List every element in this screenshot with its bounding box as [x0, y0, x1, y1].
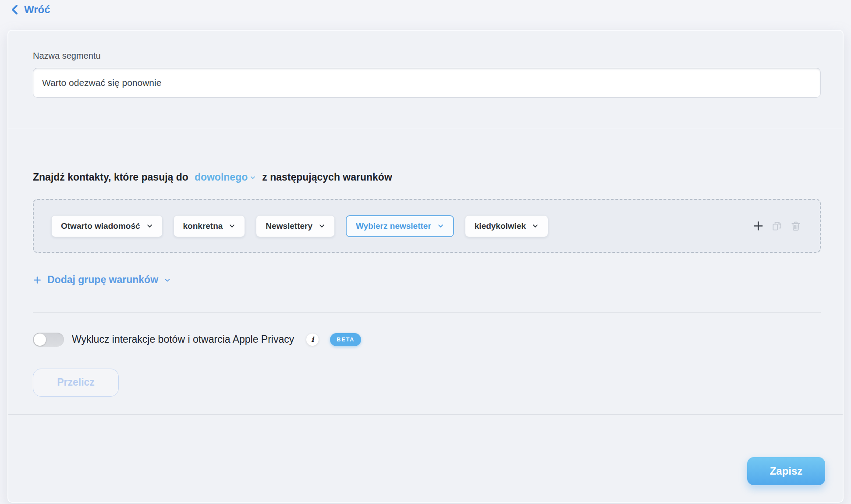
add-condition-icon [753, 220, 764, 231]
dropdown-label: kiedykolwiek [475, 221, 526, 231]
duplicate-group-icon [771, 220, 783, 232]
back-link-label: Wróć [24, 4, 50, 16]
save-button[interactable]: Zapisz [747, 457, 825, 485]
segment-name-input[interactable] [33, 68, 821, 98]
chevron-down-icon [319, 223, 325, 229]
dropdown-label: konkretna [183, 221, 223, 231]
duplicate-group-button[interactable] [771, 220, 783, 232]
dropdown-label: Newslettery [266, 221, 312, 231]
chevron-down-icon [164, 277, 171, 284]
condition-timeframe-dropdown[interactable]: kiedykolwiek [465, 215, 548, 237]
footer-section: Zapisz [8, 457, 843, 485]
info-icon[interactable]: i [306, 334, 319, 346]
exclude-bots-label: Wyklucz interakcje botów i otwarcia Appl… [72, 334, 294, 345]
chevron-down-icon [146, 223, 153, 229]
divider [33, 312, 821, 313]
conditions-heading: Znajdź kontakty, które pasują do dowolne… [33, 171, 821, 183]
chevron-down-icon [532, 223, 539, 229]
condition-group-actions [753, 220, 801, 232]
chevron-left-icon [11, 4, 18, 15]
match-type-selector[interactable]: dowolnego [195, 171, 256, 183]
add-group-label: Dodaj grupę warunków [47, 274, 158, 286]
recalculate-button[interactable]: Przelicz [33, 369, 119, 397]
chevron-down-icon [437, 223, 444, 229]
condition-operator-dropdown[interactable]: konkretna [174, 215, 245, 237]
segment-name-section: Nazwa segmentu [8, 31, 843, 98]
heading-suffix: z następujących warunków [262, 171, 392, 183]
add-condition-group-button[interactable]: Dodaj grupę warunków [33, 274, 171, 286]
dropdown-label: Wybierz newsletter [356, 221, 431, 231]
beta-badge: BETA [330, 333, 361, 346]
segment-name-label: Nazwa segmentu [33, 51, 821, 61]
condition-dropdowns: Otwarto wiadomość konkretna Newslettery … [51, 215, 548, 237]
newsletter-select-dropdown[interactable]: Wybierz newsletter [346, 215, 454, 237]
condition-field-dropdown[interactable]: Otwarto wiadomość [51, 215, 163, 237]
back-link[interactable]: Wróć [11, 4, 50, 16]
chevron-down-icon [250, 174, 256, 181]
delete-group-button[interactable] [790, 220, 801, 232]
delete-group-icon [790, 220, 801, 232]
add-condition-button[interactable] [753, 220, 764, 231]
heading-prefix: Znajdź kontakty, które pasują do [33, 171, 188, 183]
dropdown-label: Otwarto wiadomość [61, 221, 140, 231]
conditions-section: Znajdź kontakty, które pasują do dowolne… [8, 171, 843, 397]
match-type-value: dowolnego [195, 171, 248, 183]
exclude-bots-toggle[interactable] [33, 333, 64, 347]
toggle-knob [34, 334, 46, 346]
segment-editor-card: Nazwa segmentu Znajdź kontakty, które pa… [7, 30, 844, 503]
condition-group: Otwarto wiadomość konkretna Newslettery … [33, 199, 821, 253]
exclude-bots-row: Wyklucz interakcje botów i otwarcia Appl… [33, 333, 821, 347]
divider [8, 129, 843, 129]
condition-message-type-dropdown[interactable]: Newslettery [256, 215, 335, 237]
chevron-down-icon [229, 223, 235, 229]
divider [8, 414, 843, 415]
plus-icon [33, 276, 42, 284]
